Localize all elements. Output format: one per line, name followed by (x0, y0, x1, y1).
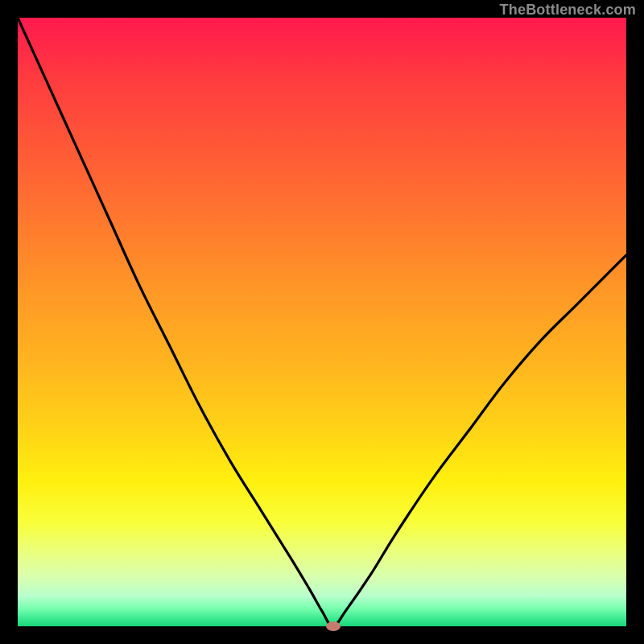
optimal-point-marker (326, 621, 341, 631)
bottleneck-curve (18, 18, 626, 626)
watermark-text: TheBottleneck.com (500, 2, 636, 19)
plot-area (18, 18, 626, 626)
chart-frame: TheBottleneck.com (0, 0, 644, 644)
